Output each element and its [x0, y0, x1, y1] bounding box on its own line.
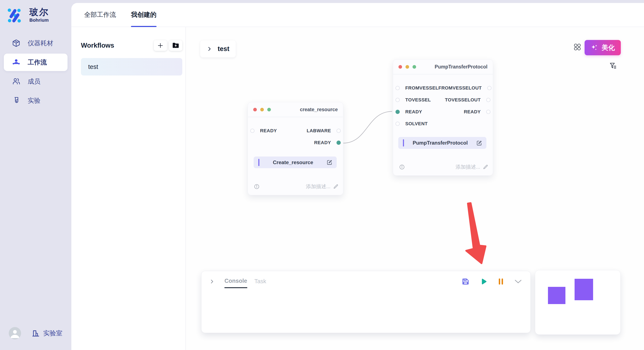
- sidebar-item-instruments[interactable]: 仪器耗材: [4, 34, 68, 52]
- beautify-button[interactable]: 美化: [584, 40, 621, 55]
- info-icon[interactable]: [399, 164, 405, 170]
- port-row: READY LABWARE: [248, 125, 343, 137]
- traffic-light-green: [267, 108, 271, 111]
- minimap[interactable]: [535, 270, 620, 335]
- workflow-item-label: test: [88, 63, 98, 70]
- collapse-icon[interactable]: [514, 279, 522, 284]
- chevron-right-icon[interactable]: [209, 279, 215, 284]
- building-icon: [31, 329, 40, 338]
- edit-icon[interactable]: [327, 160, 332, 165]
- workflow-tabs: 全部工作流 我创建的: [71, 3, 644, 27]
- port-label: TOVESSELOUT: [445, 97, 481, 103]
- chip-label: PumpTransferProtocol: [404, 140, 476, 146]
- workspace-label: 实验室: [43, 329, 62, 338]
- minimap-node: [548, 287, 566, 304]
- command-icon[interactable]: [574, 43, 581, 51]
- port-label: READY: [405, 109, 422, 115]
- tab-label: 全部工作流: [84, 10, 116, 19]
- node-header: PumpTransferProtocol: [393, 59, 493, 74]
- canvas-breadcrumb[interactable]: test: [200, 40, 236, 57]
- bohrium-logo-icon: [7, 7, 24, 24]
- add-description[interactable]: 添加描述...: [456, 164, 488, 170]
- workspace-switcher[interactable]: 实验室: [31, 329, 62, 338]
- members-icon: [12, 77, 21, 86]
- avatar[interactable]: [9, 327, 21, 339]
- port-row: FROMVESSEL FROMVESSELOUT: [393, 82, 493, 94]
- beautify-label: 美化: [602, 43, 615, 52]
- node-header: create_resource: [248, 102, 343, 117]
- sidebar-item-label: 工作流: [28, 58, 47, 67]
- breadcrumb-label: test: [218, 45, 229, 53]
- sidebar-footer: 实验室: [9, 327, 62, 339]
- port-row: SOLVENT: [393, 118, 493, 130]
- sidebar-item-experiment[interactable]: 实验: [4, 92, 68, 109]
- node-create-resource[interactable]: create_resource READY LABWARE: [248, 102, 343, 195]
- edit-icon[interactable]: [476, 140, 482, 146]
- node-action-chip[interactable]: PumpTransferProtocol: [398, 137, 486, 149]
- port-row: READY: [248, 137, 343, 149]
- traffic-lights: [398, 65, 435, 69]
- pencil-icon: [333, 184, 338, 189]
- output-port-ready[interactable]: [486, 110, 490, 114]
- task-tab[interactable]: Task: [254, 278, 266, 288]
- console-panel: Console Task: [201, 271, 531, 333]
- port-label: SOLVENT: [405, 121, 428, 127]
- sidebar-item-label: 仪器耗材: [28, 39, 53, 48]
- console-actions: [462, 278, 522, 286]
- brand-text: 玻尔 Bohrium: [30, 7, 49, 23]
- traffic-light-yellow: [406, 65, 409, 69]
- input-port-ready[interactable]: [250, 129, 254, 133]
- chevron-right-icon: [206, 46, 212, 52]
- minimap-node: [574, 279, 593, 300]
- traffic-light-red: [253, 108, 257, 111]
- workflow-canvas[interactable]: test 美化: [186, 27, 644, 350]
- tab-all-workflows[interactable]: 全部工作流: [84, 3, 116, 26]
- node-action-chip[interactable]: Create_resource: [254, 157, 337, 168]
- plus-icon: [157, 42, 164, 49]
- folder-download-icon: [172, 42, 179, 49]
- save-icon[interactable]: [462, 278, 470, 286]
- sidebar-nav: 仪器耗材 工作流: [4, 34, 68, 111]
- box-icon: [12, 38, 21, 48]
- filter-icon[interactable]: [609, 62, 617, 70]
- add-workflow-button[interactable]: [154, 40, 167, 51]
- traffic-lights: [253, 108, 300, 111]
- run-icon[interactable]: [480, 278, 488, 285]
- sidebar-item-label: 实验: [28, 96, 40, 105]
- output-port-labware[interactable]: [336, 129, 341, 133]
- pencil-icon: [483, 164, 488, 170]
- tab-label: 我创建的: [131, 10, 156, 19]
- input-port-fromvessel[interactable]: [396, 86, 400, 90]
- node-pump-transfer-protocol[interactable]: PumpTransferProtocol FROMVESSEL FROMVESS…: [393, 59, 493, 176]
- sidebar-item-workflow[interactable]: 工作流: [4, 54, 68, 71]
- traffic-light-red: [398, 65, 402, 69]
- input-port-tovessel[interactable]: [396, 98, 400, 102]
- node-ports: READY LABWARE READY: [248, 117, 343, 149]
- workflows-panel: Workflows test: [71, 27, 186, 350]
- brand-subtitle: Bohrium: [30, 17, 49, 23]
- info-icon[interactable]: [254, 184, 260, 189]
- output-port-tovesselout[interactable]: [486, 98, 490, 102]
- port-label: TOVESSEL: [405, 97, 431, 103]
- port-label: READY: [464, 109, 481, 115]
- tab-created-by-me[interactable]: 我创建的: [131, 3, 156, 26]
- port-label: READY: [260, 128, 277, 134]
- console-header: Console Task: [202, 271, 530, 288]
- port-label: FROMVESSEL: [405, 85, 438, 91]
- output-port-fromvesselout[interactable]: [487, 86, 492, 90]
- console-tab[interactable]: Console: [224, 278, 247, 288]
- input-port-ready[interactable]: [396, 110, 400, 114]
- input-port-solvent[interactable]: [396, 122, 400, 126]
- output-port-ready[interactable]: [336, 141, 341, 145]
- sidebar-item-label: 成员: [28, 77, 40, 86]
- add-description[interactable]: 添加描述...: [306, 183, 338, 190]
- node-title: PumpTransferProtocol: [435, 64, 488, 70]
- sidebar-item-members[interactable]: 成员: [4, 73, 68, 90]
- workflow-list-item-test[interactable]: test: [81, 58, 182, 75]
- team-icon: [12, 58, 21, 67]
- workflows-panel-header: Workflows: [81, 40, 182, 51]
- pause-icon[interactable]: [498, 278, 504, 285]
- node-title: create_resource: [300, 107, 338, 113]
- workflows-title: Workflows: [81, 42, 152, 49]
- import-folder-button[interactable]: [169, 40, 182, 51]
